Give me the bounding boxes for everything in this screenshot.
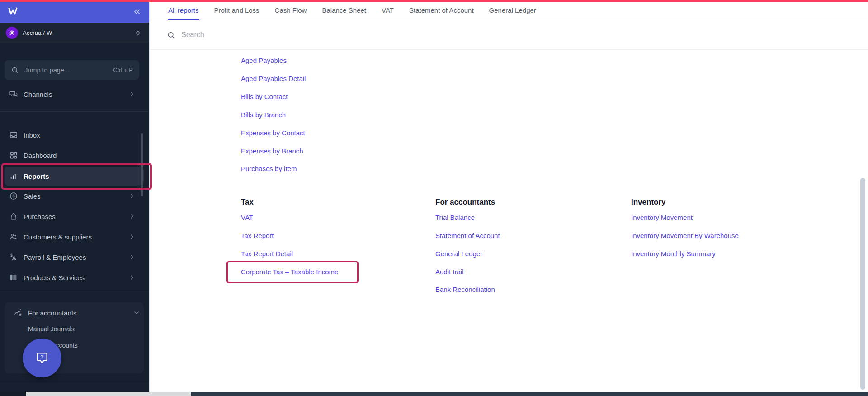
chevron-down-icon: [133, 309, 140, 316]
chevron-right-icon: [128, 253, 136, 261]
dollar-circle-icon: $: [9, 191, 18, 200]
jump-to-page[interactable]: Jump to page... Ctrl + P: [5, 60, 139, 80]
report-link-aged-payables-detail[interactable]: Aged Payables Detail: [241, 75, 306, 82]
section-title-inventory: Inventory: [631, 198, 666, 207]
workspace-avatar: [6, 27, 18, 39]
report-link-tax-report-detail[interactable]: Tax Report Detail: [241, 250, 293, 258]
report-tabs: All reports Profit and Loss Cash Flow Ba…: [150, 2, 868, 20]
report-link-expenses-by-branch[interactable]: Expenses by Branch: [241, 147, 303, 155]
people-icon: [9, 232, 18, 241]
section-title-tax: Tax: [241, 198, 254, 207]
svg-text:?: ?: [41, 354, 44, 360]
tab-all-reports[interactable]: All reports: [168, 2, 199, 20]
report-link-bills-by-branch[interactable]: Bills by Branch: [241, 111, 286, 119]
main-vertical-scrollbar[interactable]: [860, 178, 865, 390]
chevron-right-icon: [128, 274, 136, 281]
jump-shortcut: Ctrl + P: [113, 67, 133, 73]
sidebar-item-purchases[interactable]: Purchases: [0, 209, 144, 224]
horizontal-scrollbar-track: [0, 392, 868, 396]
sidebar-subitem-manual-journals[interactable]: Manual Journals: [28, 325, 75, 333]
report-search-bar: [150, 20, 868, 50]
tab-general-ledger[interactable]: General Ledger: [489, 2, 537, 20]
sidebar-item-customers-suppliers[interactable]: Customers & suppliers: [0, 229, 144, 244]
sidebar-divider: [0, 292, 149, 292]
sidebar: Accrua / W Jump to page... Ctrl + P Chan…: [0, 0, 149, 396]
sidebar-scrollbar[interactable]: [141, 133, 143, 196]
dashboard-grid-icon: [9, 151, 18, 160]
report-link-inventory-monthly-summary[interactable]: Inventory Monthly Summary: [631, 250, 716, 258]
tab-balance-sheet[interactable]: Balance Sheet: [321, 2, 367, 20]
sidebar-item-label: For accountants: [28, 309, 77, 317]
horizontal-scrollbar-thumb[interactable]: [26, 392, 191, 396]
svg-text:$: $: [12, 194, 14, 198]
workspace-selector-icon: [134, 29, 142, 38]
chevron-right-icon: [128, 233, 136, 240]
sidebar-item-dashboard[interactable]: Dashboard: [0, 148, 144, 163]
report-link-expenses-by-contact[interactable]: Expenses by Contact: [241, 129, 305, 137]
sidebar-divider: [0, 383, 149, 383]
shopping-bag-icon: [9, 212, 18, 221]
top-accent-line: [0, 0, 868, 2]
chevron-right-icon: [128, 91, 136, 98]
search-icon: [11, 66, 19, 74]
sidebar-divider: [0, 111, 149, 112]
payroll-icon: $: [9, 253, 18, 262]
app-root: Accrua / W Jump to page... Ctrl + P Chan…: [0, 0, 868, 396]
chat-bubbles-icon: [9, 90, 18, 99]
workspace-switcher[interactable]: Accrua / W: [0, 23, 149, 43]
report-link-aged-payables[interactable]: Aged Payables: [241, 57, 287, 64]
sidebar-item-label: Payroll & Employees: [24, 253, 86, 261]
sidebar-item-label: Products & Services: [24, 274, 85, 281]
jump-placeholder: Jump to page...: [24, 67, 70, 74]
inbox-icon: [9, 130, 18, 139]
horizontal-scrollbar-corner: [0, 392, 26, 396]
sidebar-logo-bar: [0, 0, 149, 23]
tab-profit-and-loss[interactable]: Profit and Loss: [214, 2, 260, 20]
collapse-sidebar-icon[interactable]: [132, 6, 143, 17]
tab-statement-of-account[interactable]: Statement of Account: [409, 2, 474, 20]
help-button[interactable]: ?: [23, 339, 61, 377]
bar-chart-icon: [9, 172, 18, 181]
report-link-trial-balance[interactable]: Trial Balance: [435, 214, 475, 221]
report-link-purchases-by-item[interactable]: Purchases by item: [241, 165, 297, 172]
sidebar-item-sales[interactable]: $ Sales: [0, 188, 144, 204]
sidebar-item-channels[interactable]: Channels: [0, 86, 144, 102]
section-title-for-accountants: For accountants: [435, 198, 495, 207]
sidebar-item-label: Customers & suppliers: [24, 233, 92, 241]
sidebar-item-label: Channels: [24, 91, 52, 98]
sidebar-item-label: Sales: [24, 192, 41, 200]
sidebar-item-label: Dashboard: [24, 152, 57, 159]
report-link-audit-trail[interactable]: Audit trail: [435, 268, 464, 276]
help-bubble-icon: ?: [34, 350, 50, 366]
report-link-bank-reconciliation[interactable]: Bank Reconciliation: [435, 286, 495, 293]
barcode-icon: [9, 273, 18, 282]
sidebar-item-label: Purchases: [24, 213, 56, 220]
wafeq-logo-icon: [7, 6, 18, 17]
sidebar-item-label: Inbox: [24, 131, 40, 139]
sidebar-item-products-services[interactable]: Products & Services: [0, 270, 144, 285]
sidebar-item-for-accountants[interactable]: For accountants: [5, 305, 148, 320]
report-link-inventory-movement[interactable]: Inventory Movement: [631, 214, 693, 221]
report-link-bills-by-contact[interactable]: Bills by Contact: [241, 93, 288, 100]
sidebar-item-reports[interactable]: Reports: [0, 168, 144, 184]
search-icon: [167, 31, 175, 39]
tab-vat[interactable]: VAT: [381, 2, 394, 20]
report-link-corporate-tax-taxable-income[interactable]: Corporate Tax – Taxable Income: [241, 268, 338, 276]
chevron-right-icon: [128, 213, 136, 220]
report-link-tax-report[interactable]: Tax Report: [241, 232, 274, 239]
workspace-name: Accrua / W: [23, 29, 52, 36]
sidebar-item-inbox[interactable]: Inbox: [0, 127, 144, 143]
report-link-vat[interactable]: VAT: [241, 214, 253, 221]
chevron-right-icon: [128, 192, 136, 200]
tab-cash-flow[interactable]: Cash Flow: [274, 2, 307, 20]
report-link-inventory-movement-by-warehouse[interactable]: Inventory Movement By Warehouse: [631, 232, 739, 239]
report-link-statement-of-account[interactable]: Statement of Account: [435, 232, 500, 239]
layers-chevrons-icon: [8, 29, 16, 37]
sidebar-item-payroll-employees[interactable]: $ Payroll & Employees: [0, 249, 144, 265]
search-input[interactable]: [181, 31, 588, 39]
svg-text:$: $: [10, 253, 13, 258]
sidebar-item-label: Reports: [24, 172, 49, 180]
trend-gear-icon: [14, 308, 23, 317]
report-link-general-ledger[interactable]: General Ledger: [435, 250, 482, 258]
